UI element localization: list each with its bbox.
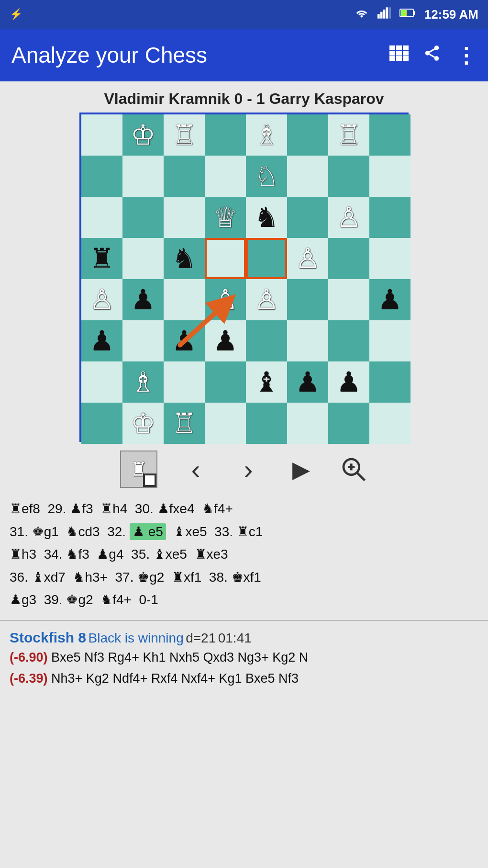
- cell-c1[interactable]: ♖: [164, 403, 205, 444]
- thumbnail-button[interactable]: ♜: [120, 451, 157, 488]
- move-xe3[interactable]: xe3: [207, 547, 228, 562]
- cell-f5[interactable]: ♙: [287, 238, 328, 279]
- cell-b2[interactable]: ♗: [122, 361, 164, 403]
- cell-a8[interactable]: [81, 114, 122, 156]
- cell-f3[interactable]: [287, 320, 328, 361]
- cell-d8[interactable]: [205, 114, 246, 156]
- cell-g1[interactable]: [328, 403, 369, 444]
- move-g4[interactable]: g4: [109, 547, 123, 562]
- cell-d1[interactable]: [205, 403, 246, 444]
- move-g2b[interactable]: g2: [78, 592, 93, 607]
- cell-d6[interactable]: ♕: [205, 197, 246, 238]
- cell-c6[interactable]: [164, 197, 205, 238]
- cell-e1[interactable]: [246, 403, 287, 444]
- move-f3[interactable]: f3: [82, 501, 93, 516]
- move-xf1[interactable]: xf1: [184, 570, 201, 585]
- cell-c7[interactable]: [164, 156, 205, 197]
- grid-icon[interactable]: [389, 45, 409, 65]
- cell-f6[interactable]: [287, 197, 328, 238]
- cell-a5[interactable]: ♜: [81, 238, 122, 279]
- cell-g7[interactable]: [328, 156, 369, 197]
- move-h3plus[interactable]: h3+: [85, 570, 108, 585]
- move-xf1b[interactable]: xf1: [244, 570, 261, 585]
- move-xe5[interactable]: xe5: [185, 524, 207, 539]
- cell-b5[interactable]: [122, 238, 164, 279]
- move-xe5b[interactable]: xe5: [166, 547, 187, 562]
- cell-g8[interactable]: ♖: [328, 114, 369, 156]
- cell-e8[interactable]: ♗: [246, 114, 287, 156]
- cell-c5[interactable]: ♞: [164, 238, 205, 279]
- cell-c4[interactable]: [164, 279, 205, 320]
- move-fxe4[interactable]: fxe4: [169, 501, 195, 516]
- play-button[interactable]: ▶: [287, 455, 315, 484]
- cell-g6[interactable]: ♙: [328, 197, 369, 238]
- move-g3[interactable]: g3: [22, 592, 36, 607]
- notation-piece: ♜: [10, 501, 22, 516]
- cell-h8[interactable]: [369, 114, 410, 156]
- cell-e2[interactable]: ♝: [246, 361, 287, 403]
- cell-c2[interactable]: [164, 361, 205, 403]
- cell-c3[interactable]: ♟: [164, 320, 205, 361]
- cell-g5[interactable]: [328, 238, 369, 279]
- cell-f8[interactable]: [287, 114, 328, 156]
- cell-h7[interactable]: [369, 156, 410, 197]
- cell-f7[interactable]: [287, 156, 328, 197]
- cell-b3[interactable]: [122, 320, 164, 361]
- cell-d3[interactable]: ♟: [205, 320, 246, 361]
- cell-e7[interactable]: ♘: [246, 156, 287, 197]
- move-f4plus[interactable]: f4+: [214, 501, 233, 516]
- cell-b6[interactable]: [122, 197, 164, 238]
- cell-b1[interactable]: ♔: [122, 403, 164, 444]
- cell-h3[interactable]: [369, 320, 410, 361]
- cell-h1[interactable]: [369, 403, 410, 444]
- move-h3[interactable]: h3: [22, 547, 36, 562]
- cell-a3[interactable]: ♟: [81, 320, 122, 361]
- cell-e5[interactable]: [246, 238, 287, 279]
- svg-line-21: [430, 54, 435, 57]
- cell-d2[interactable]: [205, 361, 246, 403]
- highlighted-move-e5[interactable]: ♟ e5: [130, 523, 166, 540]
- cell-f2[interactable]: ♟: [287, 361, 328, 403]
- cell-h4[interactable]: ♟: [369, 279, 410, 320]
- cell-b7[interactable]: [122, 156, 164, 197]
- cell-b8[interactable]: ♔: [122, 114, 164, 156]
- cell-d7[interactable]: [205, 156, 246, 197]
- piece-bishop1: ♞: [66, 524, 78, 539]
- cell-h5[interactable]: [369, 238, 410, 279]
- prev-button[interactable]: ‹: [181, 455, 210, 484]
- move-cd3[interactable]: cd3: [78, 524, 100, 539]
- move-f3b[interactable]: f3: [78, 547, 89, 562]
- move-g2[interactable]: g2: [149, 570, 164, 585]
- cell-h6[interactable]: [369, 197, 410, 238]
- cell-b4[interactable]: ♟: [122, 279, 164, 320]
- cell-f4[interactable]: [287, 279, 328, 320]
- cell-g4[interactable]: [328, 279, 369, 320]
- zoom-button[interactable]: [339, 455, 368, 484]
- move-c1[interactable]: c1: [249, 524, 263, 539]
- more-icon[interactable]: ⋮: [455, 43, 477, 68]
- cell-a7[interactable]: [81, 156, 122, 197]
- move-h4[interactable]: h4: [112, 501, 127, 516]
- engine-score1: (-6.90): [10, 650, 48, 665]
- next-button[interactable]: ›: [234, 455, 263, 484]
- cell-a2[interactable]: [81, 361, 122, 403]
- cell-d5[interactable]: [205, 238, 246, 279]
- cell-f1[interactable]: [287, 403, 328, 444]
- share-icon[interactable]: [423, 44, 441, 67]
- cell-g3[interactable]: [328, 320, 369, 361]
- piece-king1: ♚: [32, 524, 44, 539]
- cell-e4[interactable]: ♙: [246, 279, 287, 320]
- move-ef8[interactable]: ef8: [22, 501, 40, 516]
- cell-a1[interactable]: [81, 403, 122, 444]
- move-g1[interactable]: g1: [44, 524, 59, 539]
- cell-h2[interactable]: [369, 361, 410, 403]
- cell-c8[interactable]: ♖: [164, 114, 205, 156]
- cell-d4[interactable]: ♙: [205, 279, 246, 320]
- cell-a4[interactable]: ♙: [81, 279, 122, 320]
- cell-e3[interactable]: [246, 320, 287, 361]
- cell-a6[interactable]: [81, 197, 122, 238]
- cell-e6[interactable]: ♞: [246, 197, 287, 238]
- move-f4plusb[interactable]: f4+: [112, 592, 132, 607]
- move-xd7[interactable]: xd7: [44, 570, 66, 585]
- cell-g2[interactable]: ♟: [328, 361, 369, 403]
